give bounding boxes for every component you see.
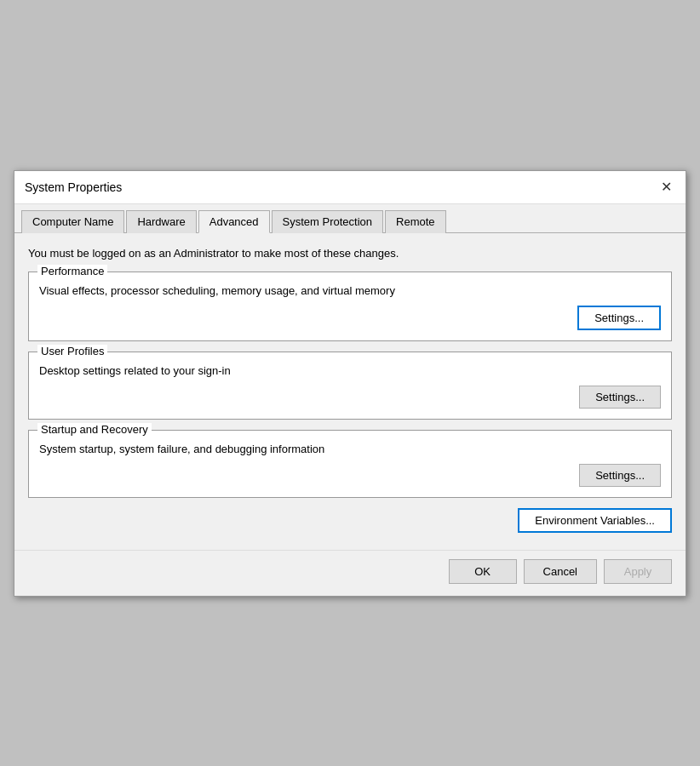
ok-button[interactable]: OK bbox=[449, 559, 517, 584]
tab-system-protection[interactable]: System Protection bbox=[272, 210, 384, 233]
user-profiles-btn-row: Settings... bbox=[39, 386, 661, 409]
user-profiles-label: User Profiles bbox=[37, 345, 107, 357]
performance-settings-button[interactable]: Settings... bbox=[577, 306, 661, 330]
startup-recovery-label: Startup and Recovery bbox=[37, 423, 152, 436]
tab-computer-name[interactable]: Computer Name bbox=[21, 210, 124, 233]
admin-notice: You must be logged on as an Administrato… bbox=[28, 247, 672, 260]
startup-recovery-group: Startup and Recovery System startup, sys… bbox=[28, 430, 672, 498]
tab-remote[interactable]: Remote bbox=[385, 210, 446, 233]
performance-desc: Visual effects, processor scheduling, me… bbox=[39, 284, 661, 297]
user-profiles-group: User Profiles Desktop settings related t… bbox=[28, 352, 672, 420]
cancel-button[interactable]: Cancel bbox=[524, 559, 597, 584]
user-profiles-settings-button[interactable]: Settings... bbox=[579, 386, 661, 409]
user-profiles-desc: Desktop settings related to your sign-in bbox=[39, 364, 661, 377]
system-properties-dialog: System Properties ✕ Computer Name Hardwa… bbox=[14, 170, 686, 597]
dialog-title: System Properties bbox=[25, 180, 122, 194]
title-bar: System Properties ✕ bbox=[14, 171, 686, 204]
tab-bar: Computer Name Hardware Advanced System P… bbox=[14, 204, 686, 233]
startup-recovery-settings-button[interactable]: Settings... bbox=[579, 464, 661, 487]
tab-content: You must be logged on as an Administrato… bbox=[14, 233, 686, 550]
performance-label: Performance bbox=[37, 265, 107, 277]
dialog-footer: OK Cancel Apply bbox=[14, 550, 686, 596]
close-button[interactable]: ✕ bbox=[657, 178, 675, 197]
environment-variables-button[interactable]: Environment Variables... bbox=[518, 508, 672, 533]
tab-advanced[interactable]: Advanced bbox=[198, 210, 270, 233]
performance-btn-row: Settings... bbox=[39, 306, 661, 330]
startup-recovery-desc: System startup, system failure, and debu… bbox=[39, 443, 661, 455]
env-variables-row: Environment Variables... bbox=[28, 508, 672, 533]
tab-hardware[interactable]: Hardware bbox=[126, 210, 196, 233]
apply-button[interactable]: Apply bbox=[604, 559, 672, 584]
performance-group: Performance Visual effects, processor sc… bbox=[28, 272, 672, 341]
startup-recovery-btn-row: Settings... bbox=[39, 464, 661, 487]
